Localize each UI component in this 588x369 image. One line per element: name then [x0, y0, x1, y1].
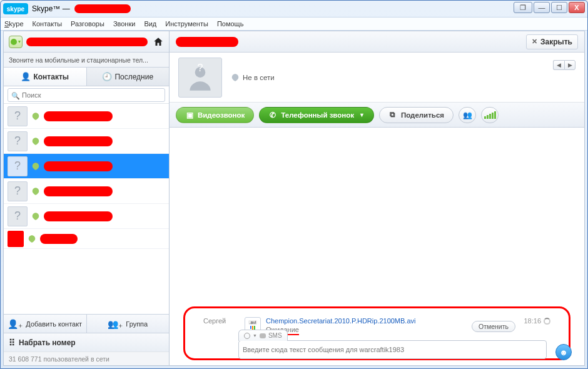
- tab-contacts[interactable]: 👤 Контакты: [4, 68, 87, 86]
- clock-icon: [244, 333, 250, 339]
- app-window: skype Skype™ — ❐ — ☐ X SSkypekype Контак…: [0, 0, 588, 369]
- list-item-selected[interactable]: ?: [4, 154, 169, 179]
- contact-name-redacted: [44, 161, 113, 171]
- message-sender: Сергей: [203, 317, 245, 325]
- search-input[interactable]: [8, 88, 165, 102]
- menu-skype[interactable]: SSkypekype: [4, 20, 24, 28]
- conversation-name-redacted: [176, 37, 238, 47]
- input-mode-tab[interactable]: ▼ SMS: [238, 330, 288, 341]
- online-users-count: 31 608 771 пользователей в сети: [4, 351, 169, 365]
- window-maximize-button[interactable]: ☐: [551, 2, 567, 13]
- add-contact-button[interactable]: 👤₊ Добавить контакт: [4, 315, 87, 333]
- conversation-header: Закрыть: [170, 31, 584, 53]
- camera-icon: ▣: [185, 111, 194, 119]
- skype-logo: skype: [3, 3, 28, 14]
- avatar: ?: [8, 181, 28, 201]
- promo-banner[interactable]: Звоните на мобильные и стационарные тел.…: [4, 53, 169, 68]
- presence-icon: [28, 235, 36, 243]
- conversation-panel: Закрыть ? Не в сети ◀ ▶ ▣: [170, 31, 584, 365]
- dialpad-icon: ⠿: [9, 338, 15, 348]
- message-time: 18:16: [515, 317, 550, 325]
- phone-call-button[interactable]: ✆ Телефонный звонок ▼: [259, 107, 374, 123]
- window-restore-alt-button[interactable]: ❐: [514, 2, 532, 13]
- menu-view[interactable]: Вид: [144, 20, 156, 28]
- file-info: Chempion.Secretariat.2010.P.HDRip.2100MB…: [266, 317, 472, 335]
- history-nav: ◀ ▶: [553, 60, 575, 70]
- window-minimize-button[interactable]: —: [534, 2, 550, 13]
- presence-icon: [31, 112, 40, 121]
- avatar: ?: [8, 131, 28, 151]
- home-icon[interactable]: [153, 36, 164, 48]
- menu-contacts[interactable]: Контакты: [33, 20, 63, 28]
- window-close-button[interactable]: X: [569, 2, 585, 13]
- self-status-button[interactable]: [9, 36, 23, 48]
- tab-recent[interactable]: 🕘 Последние: [87, 68, 170, 86]
- menubar: SSkypekype Контакты Разговоры Звонки Вид…: [1, 17, 587, 31]
- group-icon: 👥: [463, 111, 472, 119]
- titlebar: skype Skype™ — ❐ — ☐ X: [1, 1, 587, 17]
- message-input-row: ▼ SMS ☻: [238, 340, 547, 361]
- avatar: [8, 231, 24, 247]
- contacts-icon: 👤: [21, 72, 31, 81]
- list-item[interactable]: ?: [4, 204, 169, 229]
- contact-name-redacted: [40, 234, 78, 244]
- sidebar-tabs: 👤 Контакты 🕘 Последние: [4, 68, 169, 86]
- menu-tools[interactable]: Инструменты: [165, 20, 208, 28]
- menu-calls[interactable]: Звонки: [113, 20, 136, 28]
- history-back-button[interactable]: ◀: [553, 60, 564, 70]
- sms-bubble-icon: [260, 333, 266, 338]
- video-call-button[interactable]: ▣ Видеозвонок: [176, 107, 254, 123]
- sidebar-header: [4, 31, 169, 53]
- self-name-redacted: [26, 38, 148, 46]
- signal-bars-icon: [484, 111, 496, 119]
- file-name[interactable]: Chempion.Secretariat.2010.P.HDRip.2100MB…: [266, 317, 472, 325]
- search-row: 🔍: [4, 86, 169, 104]
- presence-icon: [31, 137, 40, 146]
- menu-conversations[interactable]: Разговоры: [71, 20, 104, 28]
- message-input[interactable]: [238, 340, 547, 359]
- window-title: Skype™: [32, 4, 60, 13]
- contacts-list[interactable]: ? ? ? ?: [4, 104, 169, 314]
- close-conversation-button[interactable]: Закрыть: [526, 34, 578, 49]
- call-quality-button[interactable]: [481, 107, 499, 123]
- clock-icon: 🕘: [102, 72, 112, 81]
- sidebar-footer-buttons: 👤₊ Добавить контакт 👥₊ Группа: [4, 314, 169, 333]
- add-people-button[interactable]: 👥: [459, 107, 476, 123]
- group-icon: 👥₊: [108, 319, 123, 329]
- dialpad-button[interactable]: ⠿ Набрать номер: [4, 333, 169, 351]
- chevron-down-icon: ▼: [359, 112, 365, 118]
- list-item[interactable]: ?: [4, 104, 169, 129]
- avatar: ?: [8, 106, 28, 126]
- contact-name-redacted: [44, 211, 113, 221]
- history-forward-button[interactable]: ▶: [564, 60, 575, 70]
- contact-avatar: ?: [178, 58, 222, 98]
- contact-name-redacted: [44, 136, 113, 146]
- phone-icon: ✆: [268, 111, 277, 119]
- menu-help[interactable]: Помощь: [217, 20, 244, 28]
- emoji-button[interactable]: ☻: [555, 344, 572, 360]
- avatar: ?: [8, 156, 28, 176]
- presence-offline-icon: [231, 73, 240, 82]
- status-line: Не в сети: [231, 73, 275, 82]
- client-area: Звоните на мобильные и стационарные тел.…: [3, 31, 585, 366]
- share-button[interactable]: ⧉ Поделиться: [379, 107, 454, 123]
- spinner-icon: [544, 318, 550, 325]
- cancel-transfer-button[interactable]: Отменить: [472, 321, 515, 332]
- presence-icon: [31, 212, 40, 221]
- contact-name-redacted: [44, 111, 113, 121]
- new-group-button[interactable]: 👥₊ Группа: [87, 315, 170, 333]
- chevron-down-icon: ▼: [253, 333, 257, 338]
- call-toolbar: ▣ Видеозвонок ✆ Телефонный звонок ▼ ⧉ По…: [170, 103, 584, 128]
- svg-text:?: ?: [197, 62, 203, 74]
- contact-name-redacted: [44, 186, 113, 196]
- title-username-redacted: [74, 4, 131, 13]
- avatar: ?: [8, 206, 28, 226]
- list-item[interactable]: ?: [4, 129, 169, 154]
- share-icon: ⧉: [388, 111, 397, 119]
- presence-icon: [31, 162, 40, 171]
- list-item[interactable]: ?: [4, 179, 169, 204]
- list-item[interactable]: [4, 229, 169, 249]
- sidebar: Звоните на мобильные и стационарные тел.…: [4, 31, 170, 365]
- add-contact-icon: 👤₊: [8, 319, 23, 329]
- presence-icon: [31, 187, 40, 196]
